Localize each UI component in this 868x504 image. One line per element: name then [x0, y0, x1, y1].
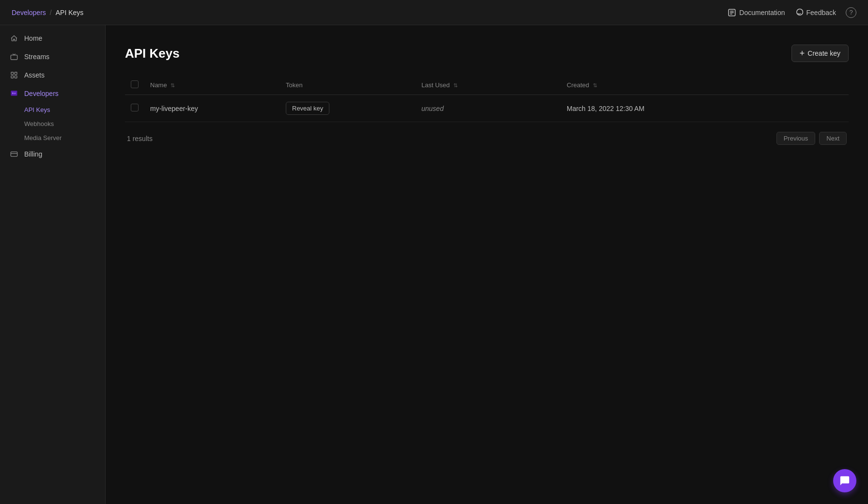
page-header: API Keys + Create key	[125, 45, 849, 62]
row-name-cell: my-livepeer-key	[144, 95, 280, 122]
table-container: Name ⇅ Token Last Used ⇅ Created ⇅	[125, 76, 849, 145]
developers-icon	[10, 89, 18, 98]
th-created-label: Created	[567, 81, 589, 89]
row-token-cell: Reveal key	[280, 95, 416, 122]
row-last-used-cell: unused	[416, 95, 561, 122]
svg-rect-12	[14, 93, 16, 94]
next-button[interactable]: Next	[819, 132, 847, 145]
sidebar-home-label: Home	[24, 34, 42, 42]
th-token: Token	[280, 76, 416, 95]
sidebar-item-billing[interactable]: Billing	[0, 145, 105, 163]
table-header: Name ⇅ Token Last Used ⇅ Created ⇅	[125, 76, 849, 95]
breadcrumb-separator: /	[50, 9, 52, 16]
plus-icon: +	[800, 49, 805, 58]
previous-button[interactable]: Previous	[776, 132, 816, 145]
documentation-link[interactable]: Documentation	[728, 8, 785, 17]
feedback-icon	[795, 8, 804, 17]
sidebar-developers-label: Developers	[24, 90, 59, 97]
sidebar-sub-media-server[interactable]: Media Server	[24, 131, 105, 145]
breadcrumb: Developers / API Keys	[12, 9, 83, 16]
home-icon	[10, 34, 18, 43]
help-button[interactable]: ?	[846, 7, 856, 18]
create-key-button[interactable]: + Create key	[791, 45, 849, 62]
svg-rect-8	[15, 76, 17, 78]
svg-rect-14	[11, 152, 17, 156]
sidebar-billing-label: Billing	[24, 150, 42, 158]
sidebar-sub-menu: API Keys Webhooks Media Server	[0, 103, 105, 145]
row-created: March 18, 2022 12:30 AM	[567, 105, 644, 112]
th-last-used: Last Used ⇅	[416, 76, 561, 95]
api-keys-table: Name ⇅ Token Last Used ⇅ Created ⇅	[125, 76, 849, 122]
create-key-label: Create key	[807, 49, 840, 57]
sidebar-api-keys-label: API Keys	[24, 106, 50, 113]
th-checkbox	[125, 76, 144, 95]
sidebar-streams-label: Streams	[24, 53, 49, 61]
sidebar-item-home[interactable]: Home	[0, 29, 105, 47]
select-all-checkbox[interactable]	[131, 80, 139, 88]
sidebar-sub-webhooks[interactable]: Webhooks	[24, 117, 105, 131]
top-header: Developers / API Keys Documentation	[0, 0, 868, 25]
th-token-label: Token	[286, 81, 303, 89]
sidebar-sub-api-keys[interactable]: API Keys	[24, 103, 105, 117]
svg-rect-5	[11, 72, 14, 75]
row-checkbox-cell	[125, 95, 144, 122]
table-footer: 1 results Previous Next	[125, 132, 849, 145]
documentation-label: Documentation	[739, 9, 785, 16]
svg-rect-7	[11, 76, 14, 78]
sidebar-item-streams[interactable]: Streams	[0, 47, 105, 66]
header-actions: Documentation Feedback ?	[728, 7, 856, 18]
documentation-icon	[728, 8, 736, 17]
sidebar-media-server-label: Media Server	[24, 134, 62, 142]
billing-icon	[10, 150, 18, 158]
breadcrumb-current: API Keys	[56, 9, 84, 16]
svg-point-11	[12, 93, 14, 94]
row-last-used: unused	[421, 105, 444, 112]
svg-rect-6	[15, 72, 17, 75]
breadcrumb-parent[interactable]: Developers	[12, 9, 46, 16]
main-content: API Keys + Create key Name ⇅	[106, 25, 868, 504]
breadcrumb-area: Developers / API Keys	[12, 9, 716, 16]
sidebar-item-developers[interactable]: Developers	[0, 84, 105, 103]
reveal-key-button[interactable]: Reveal key	[286, 102, 329, 115]
th-name: Name ⇅	[144, 76, 280, 95]
last-used-sort-icon[interactable]: ⇅	[453, 82, 458, 89]
th-last-used-label: Last Used	[421, 81, 450, 89]
sidebar-item-assets[interactable]: Assets	[0, 66, 105, 84]
sidebar-webhooks-label: Webhooks	[24, 120, 54, 127]
th-created: Created ⇅	[561, 76, 849, 95]
row-checkbox[interactable]	[131, 104, 139, 111]
table-header-row: Name ⇅ Token Last Used ⇅ Created ⇅	[125, 76, 849, 95]
main-layout: Home Streams Assets	[0, 25, 868, 504]
results-count: 1 results	[127, 135, 153, 142]
feedback-label: Feedback	[806, 9, 836, 16]
help-label: ?	[849, 9, 852, 16]
th-name-label: Name	[150, 81, 167, 89]
row-name: my-livepeer-key	[150, 105, 198, 112]
sidebar-assets-label: Assets	[24, 71, 45, 79]
streams-icon	[10, 52, 18, 61]
pagination: Previous Next	[776, 132, 847, 145]
assets-icon	[10, 71, 18, 79]
name-sort-icon[interactable]: ⇅	[170, 82, 175, 89]
table-body: my-livepeer-key Reveal key unused March …	[125, 95, 849, 122]
page-title: API Keys	[125, 46, 180, 61]
created-sort-icon[interactable]: ⇅	[593, 82, 597, 89]
table-row: my-livepeer-key Reveal key unused March …	[125, 95, 849, 122]
row-created-cell: March 18, 2022 12:30 AM	[561, 95, 849, 122]
sidebar: Home Streams Assets	[0, 25, 106, 504]
chat-icon	[839, 475, 850, 486]
chat-bubble[interactable]	[833, 469, 856, 492]
feedback-link[interactable]: Feedback	[795, 8, 836, 17]
svg-rect-4	[11, 55, 17, 60]
svg-rect-13	[14, 94, 15, 94]
